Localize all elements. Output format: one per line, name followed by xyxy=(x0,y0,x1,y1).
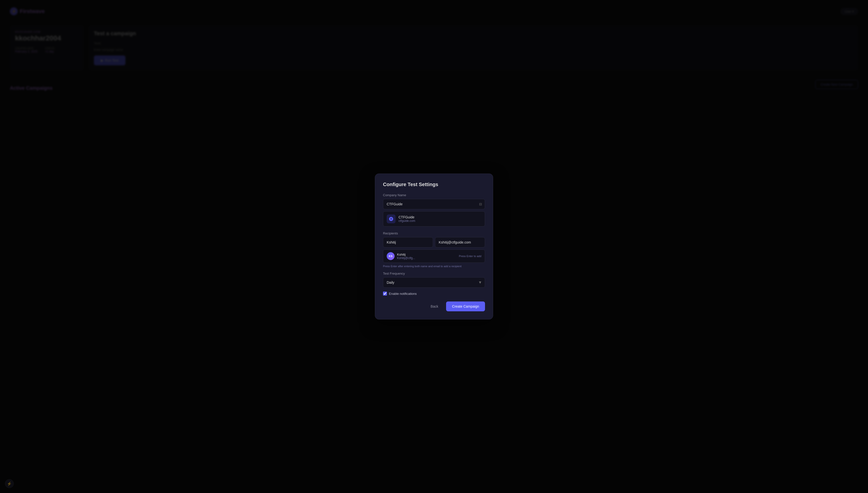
recipient-avatar: KS xyxy=(387,252,395,260)
company-name-label: Company Name xyxy=(383,193,485,197)
configure-test-settings-modal: Configure Test Settings Company Name ⊟ C… xyxy=(375,174,493,319)
enable-notifications-checkbox[interactable] xyxy=(383,292,387,296)
company-suggestion-info: CTFGuide ctfguide.com xyxy=(398,215,415,222)
company-input-icon: ⊟ xyxy=(479,202,482,206)
recipient-suggestion-item[interactable]: KS Kshitij Kshitij@ctfg... Press Enter t… xyxy=(383,250,485,263)
notifications-checkbox-row: Enable notifications xyxy=(383,292,485,296)
company-suggestion-domain: ctfguide.com xyxy=(398,219,415,222)
frequency-select[interactable]: Daily Weekly Monthly xyxy=(383,277,485,288)
press-enter-hint: Press Enter to add xyxy=(459,255,481,258)
recipients-helper-text: Press Enter after entering both name and… xyxy=(383,265,485,268)
modal-title: Configure Test Settings xyxy=(383,182,485,187)
frequency-select-wrapper: Daily Weekly Monthly ▼ xyxy=(383,277,485,288)
recipient-suggestion-email: Kshitij@ctfg... xyxy=(397,256,456,260)
create-campaign-button[interactable]: Create Campaign xyxy=(446,301,485,311)
company-suggestion-name: CTFGuide xyxy=(398,215,415,219)
modal-overlay: Configure Test Settings Company Name ⊟ C… xyxy=(0,0,868,493)
company-name-input-wrapper: ⊟ xyxy=(383,199,485,209)
company-name-input[interactable] xyxy=(383,199,485,209)
enable-notifications-label[interactable]: Enable notifications xyxy=(389,292,417,296)
recipient-email-input[interactable] xyxy=(435,237,485,248)
back-button[interactable]: Back xyxy=(427,302,442,311)
recipient-info: Kshitij Kshitij@ctfg... xyxy=(397,253,456,260)
company-logo-icon xyxy=(387,214,395,223)
recipients-inputs-row xyxy=(383,237,485,248)
modal-footer: Back Create Campaign xyxy=(383,301,485,311)
recipient-suggestion-name: Kshitij xyxy=(397,253,456,256)
company-suggestion-item[interactable]: CTFGuide ctfguide.com xyxy=(383,211,485,227)
frequency-label: Test Frequency xyxy=(383,272,485,275)
recipients-label: Recipients xyxy=(383,232,485,235)
recipient-name-input[interactable] xyxy=(383,237,433,248)
